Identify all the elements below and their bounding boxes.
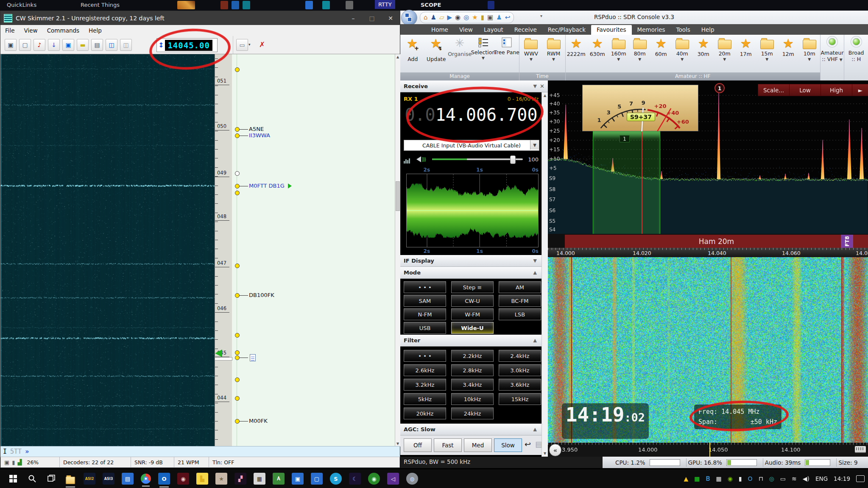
band-button-20m[interactable]: 20m▼ (714, 37, 735, 61)
band-button-60m[interactable]: ★60m (650, 37, 672, 57)
low-button[interactable]: Low (789, 84, 821, 96)
delete-spot-button[interactable]: ✗ (257, 39, 268, 50)
camera-app-icon[interactable]: ◎ (769, 475, 774, 482)
language-indicator[interactable]: ENG (815, 475, 828, 482)
tab-rec-playback[interactable]: Rec/Playback (542, 25, 591, 35)
equalizer-icon[interactable] (404, 155, 410, 164)
rx-frequency-display[interactable]: 0.014.006.700 (400, 105, 542, 125)
cw-waterfall[interactable] (0, 54, 215, 446)
night-app-icon[interactable]: ☾ (349, 473, 361, 485)
volume-slider[interactable] (432, 158, 523, 160)
notification-center-button[interactable] (856, 475, 865, 482)
blocks-button[interactable]: ▣ (62, 39, 74, 51)
telegraph-key-button[interactable]: ▭ (236, 39, 248, 51)
play-icon[interactable] (288, 183, 292, 189)
text-view-button[interactable]: ▢ (19, 39, 31, 51)
waterfall-view-button[interactable]: ▣ (5, 39, 17, 51)
battery-icon[interactable]: ▭ (780, 475, 786, 482)
filter-button-20khz[interactable]: 20kHz (404, 408, 446, 419)
callsign-m00fk[interactable]: M00FK (249, 418, 268, 424)
search-button[interactable] (26, 473, 38, 485)
photos-app-icon[interactable]: ★ (215, 473, 227, 485)
drive-icon[interactable]: ▲ (684, 475, 689, 482)
callsign-db100fk[interactable]: DB100FK (249, 292, 274, 298)
app-window-icon[interactable]: ▤ (122, 473, 134, 485)
start-button[interactable] (7, 473, 19, 485)
band-button-rwm[interactable]: RWM▼ (543, 37, 565, 61)
arrow-button[interactable]: ↓ (48, 39, 60, 51)
paint-app-icon[interactable]: ▞ (234, 473, 246, 485)
filter-button-3-0khz[interactable]: 3.0kHz (499, 364, 541, 376)
mode-button-bc-fm[interactable]: BC-FM (499, 295, 541, 307)
scale-button[interactable]: Scale... (758, 84, 790, 96)
mode-button-step[interactable]: Step ≡ (451, 281, 494, 293)
menu-view[interactable]: View (20, 27, 42, 34)
band-button-17m[interactable]: ★17m (735, 37, 756, 57)
qat-overflow-icon[interactable]: ▾ (540, 14, 542, 18)
tab-favourites[interactable]: Favourites (591, 25, 632, 35)
filter-header[interactable]: Filter▲ (400, 335, 548, 347)
filter-button-3-6khz[interactable]: 3.6kHz (499, 379, 541, 391)
waterfall-history-button[interactable]: « (549, 444, 561, 456)
filter-button-2-2khz[interactable]: 2.2kHz (451, 350, 494, 362)
tree-pane-button[interactable]: Tree Pane (496, 37, 518, 55)
menu-help[interactable]: Help (84, 27, 106, 34)
record-icon[interactable]: ◉ (455, 14, 461, 21)
organise-button[interactable]: ✳ Organise (449, 37, 471, 57)
filter-button-[interactable]: • • • (404, 350, 446, 362)
collapse-icon[interactable]: ▲ (533, 424, 537, 435)
station-marker[interactable] (235, 350, 240, 355)
quicklinks-label[interactable]: QuickLinks (7, 2, 36, 8)
home-icon[interactable]: ⌂ (424, 14, 428, 21)
log-button[interactable]: ▤ (91, 39, 103, 51)
cw-decoded-text-bar[interactable]: I 5TT » (0, 446, 400, 457)
agc-button-med[interactable]: Med (464, 438, 492, 452)
tab-view[interactable]: View (454, 25, 478, 35)
agc-button-slow[interactable]: Slow (494, 438, 522, 452)
maximize-button[interactable]: □ (363, 11, 381, 25)
audio-output-select[interactable]: CABLE Input (VB-Audio Virtual Cable) ▼ (404, 140, 539, 151)
filter-button-15khz[interactable]: 15kHz (499, 393, 541, 405)
key-dropdown-icon[interactable]: ▾ (248, 42, 251, 47)
tab-layout[interactable]: Layout (478, 25, 509, 35)
mode-button-n-fm[interactable]: N-FM (404, 308, 446, 320)
filter-button-5khz[interactable]: 5kHz (404, 393, 446, 405)
asi2-icon[interactable]: ASI2 (84, 473, 95, 485)
app-b-icon[interactable]: 𝐁 (706, 475, 710, 482)
band-button-10m[interactable]: 10m▼ (799, 37, 820, 61)
receive-panel-header[interactable]: Receive ▼ ✕ (400, 80, 548, 92)
keyboard-icon[interactable] (855, 446, 866, 453)
audio-button[interactable]: ♪ (33, 39, 45, 51)
menu-file[interactable]: File (0, 27, 20, 34)
callsign-m0ftt-db1g[interactable]: M0FTT DB1G (249, 183, 285, 189)
receive-panel-scrollbar[interactable]: ▲▼ (541, 92, 548, 457)
nvidia-icon[interactable]: ◉ (728, 475, 733, 482)
collapse-icon[interactable]: ▲ (533, 267, 537, 279)
cw-frequency-box[interactable]: ↕ 14045.00 (156, 38, 218, 52)
mode-button-w-fm[interactable]: W-FM (451, 308, 494, 320)
mode-button-usb[interactable]: USB (404, 322, 446, 334)
callsign-ii3wwa[interactable]: II3WWA (249, 132, 270, 139)
filter-button-10khz[interactable]: 10kHz (451, 393, 494, 405)
cw-frequency-ruler[interactable]: 051050049048047046045044 (215, 54, 232, 446)
rtty-tab[interactable]: RTTY (375, 0, 395, 9)
undo-icon[interactable]: ↩ (505, 14, 511, 21)
play-icon[interactable]: ▶ (447, 14, 452, 21)
clock[interactable]: 14:19 (834, 475, 850, 482)
vscode-icon[interactable]: ◁ (387, 473, 399, 485)
mute-icon[interactable]: ▮ (12, 459, 15, 466)
media-green-icon[interactable]: ◉ (368, 473, 380, 485)
mic-icon[interactable]: ▮ (739, 475, 742, 482)
favourite-marker-1[interactable]: 1 (714, 83, 725, 93)
close-panel-icon[interactable]: ✕ (540, 80, 544, 92)
rx1-region[interactable]: 1 (593, 131, 660, 234)
film-app-icon[interactable]: ▦ (254, 473, 265, 485)
station-marker[interactable] (235, 263, 240, 268)
cw-app-icon[interactable]: ◉ (177, 473, 189, 485)
high-button[interactable]: High (821, 84, 852, 96)
outlook-icon[interactable]: O (158, 473, 170, 485)
lock-icon[interactable]: ▮ (481, 14, 484, 21)
app-blue2-icon[interactable]: ▣ (292, 473, 304, 485)
collapse-icon[interactable]: ▼ (533, 80, 537, 92)
monitor-icon[interactable]: ▣ (4, 459, 9, 466)
